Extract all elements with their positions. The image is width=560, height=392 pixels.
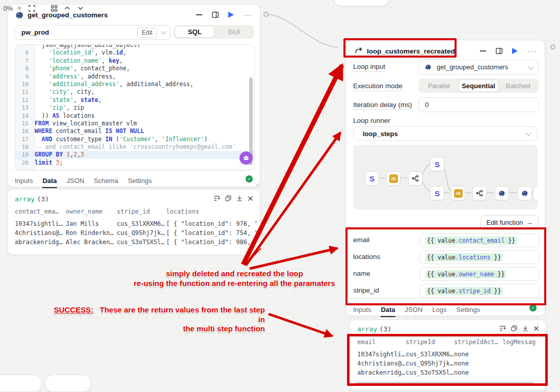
copy-icon[interactable] <box>511 325 517 331</box>
results-table-body[interactable]: 10347sightli…Jan Millscus_S3lXRXM6…[ { "… <box>15 219 257 247</box>
tab-inputs[interactable]: Inputs <box>353 306 371 313</box>
code-line[interactable]: 14 )) AS locations <box>15 112 254 120</box>
code-line[interactable]: 15FROM view_location_master vlm <box>15 120 254 127</box>
success-check-icon: ✓ <box>246 175 253 182</box>
layout-panel-icon[interactable] <box>212 12 219 18</box>
zoom-in-button[interactable]: + <box>14 0 24 16</box>
code-line[interactable]: 12 'state', state, <box>15 96 254 104</box>
navigation-controls[interactable] <box>45 375 91 392</box>
column-header: stripe_id <box>117 208 166 215</box>
annotation-box-params <box>345 227 546 305</box>
mode-gui[interactable]: GUI <box>215 26 253 38</box>
annotation-line: These are the return values from the las… <box>100 305 265 324</box>
code-line[interactable]: 13 'zip', zip <box>15 104 254 112</box>
exec-batched[interactable]: Batched <box>498 80 538 92</box>
chevron-down-icon[interactable] <box>161 29 166 34</box>
sql-code-editor[interactable]: json_agg(jsonb_build_object(6 'location_… <box>15 44 255 171</box>
cell: cus_S3oTSX5l… <box>117 238 166 247</box>
layout-panel-icon[interactable] <box>496 48 502 54</box>
connector-port[interactable] <box>263 12 269 17</box>
close-icon[interactable] <box>248 196 253 201</box>
tab-inputs[interactable]: Inputs <box>15 177 33 185</box>
partial-node[interactable] <box>533 186 538 200</box>
js-node[interactable]: JS <box>386 171 401 186</box>
line-number: 12 <box>15 96 35 104</box>
minimize-icon[interactable] <box>196 14 202 15</box>
result-type: array <box>357 325 377 333</box>
code-line[interactable]: 18-- and contact_email ilike 'crosscount… <box>15 143 254 151</box>
chevron-down-icon[interactable] <box>525 130 531 136</box>
expand-json-icon[interactable] <box>214 195 220 201</box>
execution-mode-toggle[interactable]: ParallelSequentialBatched <box>418 79 539 93</box>
exec-sequential[interactable]: Sequential <box>459 80 499 92</box>
chevron-down-icon[interactable] <box>528 64 534 69</box>
code-text: 'phone', contact_phone, <box>35 65 254 72</box>
code-text: json_agg(jsonb_build_object( <box>35 44 254 49</box>
connection-select[interactable]: pw_prod Edit <box>15 25 171 40</box>
loop-input-select[interactable]: get_grouped_customers <box>418 60 539 74</box>
code-line[interactable]: 17 AND customer_type IN ('Customer', 'In… <box>15 136 254 143</box>
result-count: (3) <box>380 325 391 333</box>
grid-view-icon[interactable] <box>49 0 59 16</box>
iteration-delay-input[interactable]: 0 <box>418 97 539 112</box>
tab-data[interactable]: Data <box>381 306 395 317</box>
stripe-node[interactable]: S <box>365 171 379 186</box>
column-header: owner_name <box>66 208 117 215</box>
loop-runner-select[interactable]: loop_steps <box>353 126 538 141</box>
code-line[interactable]: 9 'address', address, <box>15 73 254 81</box>
minimize-icon[interactable] <box>480 50 486 51</box>
branch-node[interactable] <box>408 171 422 186</box>
loop-input-label: Loop input <box>353 63 385 72</box>
expand-json-icon[interactable] <box>499 325 506 331</box>
fit-view-icon[interactable] <box>26 0 37 16</box>
download-icon[interactable] <box>522 325 528 331</box>
stripe-node[interactable]: S <box>430 157 444 171</box>
line-number: 20 <box>15 159 35 167</box>
line-number: 11 <box>15 88 35 96</box>
code-line[interactable]: json_agg(jsonb_build_object( <box>15 44 254 49</box>
copy-icon[interactable] <box>225 195 231 201</box>
tab-data[interactable]: Data <box>42 177 57 188</box>
floating-toolbar[interactable] <box>334 0 389 6</box>
edit-button[interactable]: Edit <box>137 28 157 38</box>
run-button[interactable] <box>512 48 518 54</box>
tab-settings[interactable]: Settings <box>456 306 480 313</box>
more-menu-icon[interactable]: ··· <box>244 12 253 17</box>
code-line[interactable]: 16WHERE contact_email IS NOT NULL <box>15 127 254 135</box>
code-line[interactable]: 19GROUP BY 1,2,3 <box>15 151 254 159</box>
download-icon[interactable] <box>236 195 243 201</box>
js-node[interactable]: JS <box>451 186 465 200</box>
sql-gui-toggle[interactable]: SQLGUI <box>174 25 254 39</box>
tab-logs[interactable]: Logs <box>432 306 446 313</box>
tab-settings[interactable]: Settings <box>128 177 152 185</box>
mode-sql[interactable]: SQL <box>175 26 215 38</box>
cell: [ { "location_id": 986, "… <box>166 238 257 247</box>
exec-parallel[interactable]: Parallel <box>419 80 459 92</box>
code-line[interactable]: 10 'additional_address', additional_addr… <box>15 81 254 88</box>
zoom-controls[interactable] <box>0 375 42 392</box>
tab-schema[interactable]: Schema <box>94 177 118 185</box>
close-icon[interactable] <box>534 326 539 331</box>
tab-json[interactable]: JSON <box>67 177 85 185</box>
annotation-box-results <box>347 334 548 386</box>
line-number: 10 <box>15 81 35 88</box>
sql-results-panel: array (3) contact_ema…owner_namestripe_i… <box>7 189 260 255</box>
chevron-down-icon[interactable] <box>75 0 86 16</box>
postgres-node[interactable] <box>518 186 532 200</box>
results-table-header: contact_ema…owner_namestripe_idlocations <box>15 208 257 215</box>
run-button[interactable] <box>228 12 234 18</box>
code-line[interactable]: 20limit 3; <box>15 159 254 167</box>
branch-node[interactable] <box>472 186 487 200</box>
connector-port[interactable] <box>550 44 555 49</box>
loop-steps-graph[interactable]: SJSSSJS <box>353 145 538 210</box>
more-menu-icon[interactable]: ··· <box>527 48 537 54</box>
code-line[interactable]: 7 'location_name', key, <box>15 57 254 65</box>
code-line[interactable]: 8 'phone', contact_phone, <box>15 65 254 72</box>
code-line[interactable]: 6 'location_id', vlm.id, <box>15 49 254 57</box>
chevron-up-icon[interactable] <box>62 0 72 16</box>
assistant-avatar[interactable] <box>239 151 253 165</box>
stripe-node[interactable]: S <box>430 186 444 200</box>
tab-json[interactable]: JSON <box>405 306 423 313</box>
code-line[interactable]: 11 'city', city, <box>15 88 254 96</box>
postgres-node[interactable] <box>495 186 509 200</box>
